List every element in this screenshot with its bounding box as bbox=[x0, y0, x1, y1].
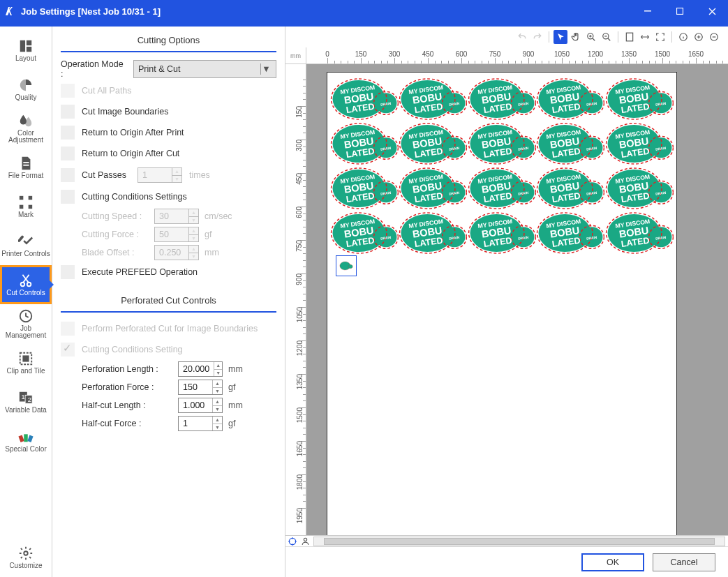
sticker-item[interactable]: MY DISCOM BOBU LATED DRAIN bbox=[536, 123, 604, 166]
perf-force-input[interactable]: 150▲▼ bbox=[178, 380, 223, 395]
sidebar-item-clip-tile[interactable]: Clip and Tile bbox=[0, 343, 52, 382]
perforated-heading: Perforated Cut Controls bbox=[61, 287, 276, 311]
sticker-item[interactable]: MY DISCOM BOBU LATED DRAIN bbox=[605, 78, 674, 121]
maximize-button[interactable] bbox=[664, 0, 696, 22]
sticker-item[interactable]: MY DISCOM BOBU LATED DRAIN bbox=[468, 78, 536, 121]
sticker-item[interactable]: MY DISCOM BOBU LATED DRAIN bbox=[399, 123, 467, 166]
sidebar-item-customize[interactable]: Customize bbox=[0, 538, 52, 577]
sidebar-item-label: Printer Controls bbox=[1, 250, 50, 258]
target-icon[interactable] bbox=[287, 536, 298, 547]
svg-rect-27 bbox=[626, 33, 632, 41]
remove-icon[interactable] bbox=[707, 30, 721, 44]
horizontal-scrollbar[interactable] bbox=[313, 537, 725, 546]
execute-prefeed-checkbox[interactable] bbox=[61, 265, 75, 279]
cutting-speed-unit: cm/sec bbox=[205, 211, 232, 221]
info-icon[interactable] bbox=[676, 30, 690, 44]
sidebar-item-cut-controls[interactable]: Cut Controls bbox=[0, 265, 52, 304]
fit-page-icon[interactable] bbox=[623, 30, 637, 44]
sticker-item[interactable]: MY DISCOM BOBU LATED DRAIN bbox=[468, 123, 536, 166]
svg-point-193 bbox=[289, 538, 295, 544]
sidebar-item-job-management[interactable]: Job Management bbox=[0, 304, 52, 343]
operation-mode-select[interactable]: Print & Cut ▼ bbox=[133, 60, 276, 78]
return-origin-print-checkbox[interactable] bbox=[61, 126, 75, 140]
sticker-item[interactable]: MY DISCOM BOBU LATED DRAIN bbox=[399, 78, 467, 121]
preview-panel: mm 0150300450600750900105012001350150016… bbox=[285, 27, 728, 577]
sidebar-item-mark[interactable]: Mark bbox=[0, 187, 52, 226]
cut-passes-unit: times bbox=[189, 170, 210, 180]
sticker-item[interactable]: MY DISCOM BOBU LATED DRAIN bbox=[468, 167, 536, 211]
cutting-conditions-checkbox[interactable] bbox=[61, 190, 75, 204]
sticker-item[interactable]: MY DISCOM BOBU LATED DRAIN bbox=[330, 78, 399, 121]
half-length-input[interactable]: 1.000▲▼ bbox=[178, 398, 223, 413]
fit-screen-icon[interactable] bbox=[653, 30, 667, 44]
divider bbox=[61, 51, 276, 52]
svg-rect-8 bbox=[29, 196, 32, 200]
sticker-item[interactable]: MY DISCOM BOBU LATED DRAIN bbox=[605, 123, 674, 166]
sticker-item[interactable]: MY DISCOM BOBU LATED DRAIN bbox=[605, 167, 674, 211]
svg-rect-11 bbox=[18, 235, 24, 243]
add-icon[interactable] bbox=[692, 30, 706, 44]
svg-rect-7 bbox=[20, 196, 23, 200]
sidebar-item-variable-data[interactable]: 12 Variable Data bbox=[0, 382, 52, 421]
perforated-conditions-checkbox bbox=[61, 343, 75, 357]
sticker-item[interactable]: MY DISCOM BOBU LATED DRAIN bbox=[330, 123, 399, 166]
chevron-down-icon: ▼ bbox=[260, 63, 272, 75]
ruler-unit-label: mm bbox=[285, 47, 306, 64]
divider bbox=[61, 311, 276, 313]
cut-image-boundaries-checkbox[interactable] bbox=[61, 105, 75, 119]
cut-passes-checkbox[interactable] bbox=[61, 168, 75, 182]
sidebar-item-quality[interactable]: Quality bbox=[0, 70, 52, 109]
sidebar-item-label: Mark bbox=[18, 211, 34, 219]
close-button[interactable] bbox=[696, 0, 728, 22]
sidebar-item-label: Variable Data bbox=[5, 407, 47, 414]
sidebar-item-label: Clip and Tile bbox=[6, 368, 45, 375]
sticker-item[interactable]: MY DISCOM BOBU LATED DRAIN bbox=[536, 212, 604, 255]
svg-rect-22 bbox=[24, 434, 28, 442]
execute-prefeed-label: Execute PREFEED Operation bbox=[82, 267, 198, 277]
perf-length-input[interactable]: 20.000▲▼ bbox=[178, 361, 223, 377]
return-origin-print-label: Return to Origin After Print bbox=[82, 128, 184, 137]
preview-statusbar bbox=[285, 535, 728, 546]
svg-rect-2 bbox=[20, 40, 25, 52]
operation-mode-value: Print & Cut bbox=[138, 64, 180, 74]
sticker-item[interactable]: MY DISCOM BOBU LATED DRAIN bbox=[536, 78, 604, 121]
sticker-item[interactable]: MY DISCOM BOBU LATED DRAIN bbox=[330, 212, 399, 255]
sidebar-item-layout[interactable]: Layout bbox=[0, 31, 52, 70]
blade-offset-label: Blade Offset : bbox=[82, 248, 149, 257]
sticker-item[interactable]: MY DISCOM BOBU LATED DRAIN bbox=[399, 212, 467, 255]
half-force-input[interactable]: 1▲▼ bbox=[178, 416, 223, 431]
fit-width-icon[interactable] bbox=[638, 30, 652, 44]
operation-mode-label: Operation Mode : bbox=[61, 59, 128, 79]
ok-button[interactable]: OK bbox=[581, 553, 644, 571]
cancel-button[interactable]: Cancel bbox=[653, 553, 715, 571]
svg-rect-10 bbox=[29, 204, 32, 209]
return-origin-cut-checkbox[interactable] bbox=[61, 147, 75, 160]
zoom-in-icon[interactable] bbox=[584, 30, 598, 44]
perf-force-unit: gf bbox=[228, 382, 235, 392]
half-force-label: Half-cut Force : bbox=[82, 419, 172, 428]
pointer-tool-icon[interactable] bbox=[554, 30, 567, 44]
sidebar-item-special-color[interactable]: Special Color bbox=[0, 421, 52, 460]
cut-passes-label: Cut Passes bbox=[82, 170, 131, 180]
pan-tool-icon[interactable] bbox=[569, 30, 583, 44]
sticker-item[interactable]: MY DISCOM BOBU LATED DRAIN bbox=[605, 212, 674, 255]
minimize-button[interactable] bbox=[632, 0, 664, 22]
svg-rect-6 bbox=[23, 162, 29, 163]
preview-canvas[interactable]: MY DISCOM BOBU LATED DRAIN MY DISCOM BOB… bbox=[306, 64, 728, 535]
sticker-item[interactable]: MY DISCOM BOBU LATED DRAIN bbox=[399, 167, 467, 211]
vertical-ruler: 1503004506007509001050120013501500165018… bbox=[285, 64, 306, 535]
zoom-out-icon[interactable] bbox=[600, 30, 614, 44]
cutting-force-label: Cutting Force : bbox=[82, 230, 149, 239]
perf-length-label: Perforation Length : bbox=[82, 364, 172, 374]
selected-sticker[interactable] bbox=[336, 255, 357, 276]
sticker-item[interactable]: MY DISCOM BOBU LATED DRAIN bbox=[468, 212, 536, 255]
sticker-item[interactable]: MY DISCOM BOBU LATED DRAIN bbox=[330, 167, 399, 211]
person-icon[interactable] bbox=[299, 536, 311, 547]
undo-icon bbox=[515, 30, 529, 44]
sticker-item[interactable]: MY DISCOM BOBU LATED DRAIN bbox=[536, 167, 604, 211]
sidebar-item-color[interactable]: Color Adjustment bbox=[0, 109, 52, 148]
svg-point-24 bbox=[24, 551, 28, 555]
sidebar-item-file-format[interactable]: File Format bbox=[0, 148, 52, 187]
sidebar: Layout Quality Color Adjustment File For… bbox=[0, 27, 52, 577]
sidebar-item-printer-controls[interactable]: Printer Controls bbox=[0, 226, 52, 265]
